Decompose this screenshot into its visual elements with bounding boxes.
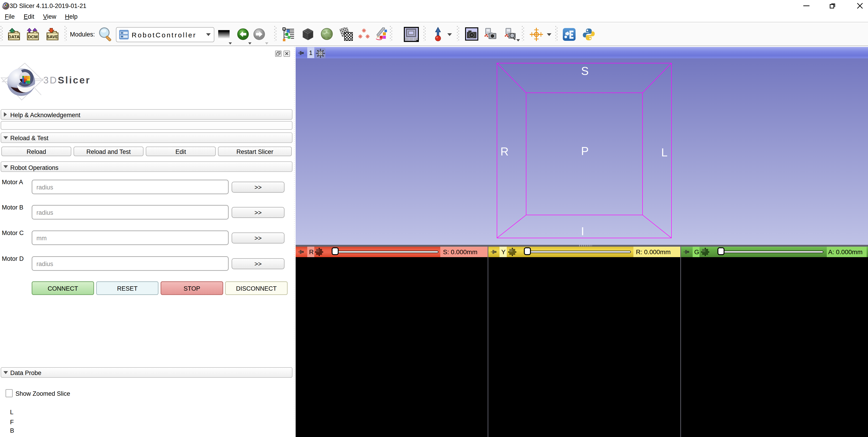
svg-text:I: I [581, 225, 584, 238]
svg-text:P: P [581, 145, 589, 157]
svg-text:L: L [661, 146, 668, 159]
svg-text:S: S [581, 65, 589, 78]
svg-text:DCM: DCM [28, 34, 38, 39]
svg-text:DATA: DATA [8, 34, 20, 39]
svg-text:SAVE: SAVE [47, 34, 58, 39]
svg-text:R: R [500, 145, 508, 158]
